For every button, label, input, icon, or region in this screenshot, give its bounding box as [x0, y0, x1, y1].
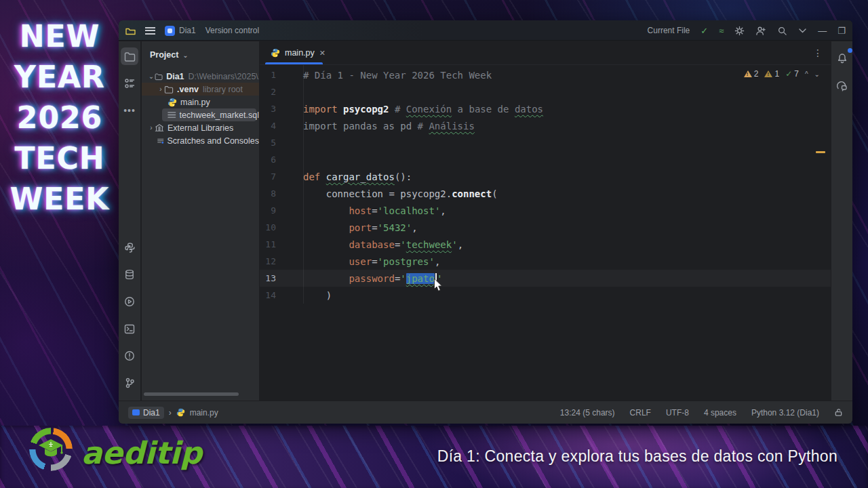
- tree-row-mainpy[interactable]: main.py: [142, 96, 259, 108]
- webinar-banner: aeditip Día 1: Conecta y explora tus bas…: [0, 426, 868, 488]
- python-console-tool-button[interactable]: [121, 239, 138, 256]
- ai-assistant-button[interactable]: [833, 77, 851, 95]
- left-tool-stripe: •••: [119, 41, 141, 401]
- tab-label: main.py: [285, 48, 315, 58]
- services-play-icon: [124, 296, 135, 307]
- python-file-icon: [271, 48, 280, 58]
- prev-problem-icon[interactable]: ^: [805, 70, 808, 78]
- tree-item-label: Dia1: [166, 72, 184, 81]
- line-number: 6: [260, 155, 303, 165]
- breadcrumb-separator: ›: [169, 408, 172, 418]
- project-panel-header[interactable]: Project ⌄: [142, 41, 259, 64]
- check-icon: ✓: [785, 69, 792, 79]
- breadcrumb-project[interactable]: Dia1: [128, 407, 164, 419]
- code-line[interactable]: 3import psycopg2 # Conexión a base de da…: [260, 100, 831, 117]
- tree-row-scratches[interactable]: Scratches and Consoles: [142, 134, 259, 147]
- notification-badge: [848, 48, 852, 53]
- graduation-cap-icon: [37, 438, 64, 461]
- code-line[interactable]: 14 ): [260, 287, 831, 304]
- run-check-icon[interactable]: ✓: [701, 26, 708, 35]
- python-file-icon: [176, 408, 185, 417]
- line-number: 5: [260, 138, 303, 148]
- sql-file-icon: [167, 111, 176, 119]
- tree-row-external-libraries[interactable]: › External Libraries: [142, 121, 259, 134]
- event-title: NEW YEAR 2026 TECH WEEK: [0, 16, 119, 220]
- indent-setting[interactable]: 4 spaces: [704, 408, 736, 418]
- code-line[interactable]: 11 database='techweek',: [260, 236, 831, 253]
- status-bar: Dia1 › main.py 13:24 (5 chars) CRLF UTF-…: [119, 401, 852, 424]
- horizontal-scrollbar[interactable]: [144, 392, 239, 396]
- add-user-icon[interactable]: [755, 26, 766, 36]
- code-line[interactable]: 4import pandas as pd # Análisis: [260, 117, 831, 134]
- tab-close-icon[interactable]: ✕: [319, 49, 326, 58]
- vcs-update-icon[interactable]: ≈: [719, 26, 724, 35]
- line-separator[interactable]: CRLF: [630, 408, 651, 418]
- run-configuration-selector[interactable]: Current File: [648, 26, 690, 35]
- project-icon: [165, 26, 175, 36]
- tree-row-sql-file[interactable]: techweek_market.sql: [142, 108, 259, 121]
- code-line[interactable]: 6: [260, 151, 831, 168]
- interpreter[interactable]: Python 3.12 (Dia1): [751, 408, 819, 418]
- settings-gear-icon[interactable]: [734, 26, 745, 36]
- project-widget-label: Dia1: [179, 26, 196, 35]
- code-line[interactable]: 12 user='postgres',: [260, 253, 831, 270]
- vcs-widget[interactable]: Version control: [205, 26, 259, 35]
- code-line[interactable]: 2: [260, 83, 831, 100]
- line-number: 2: [260, 87, 303, 97]
- warning-stripe-mark[interactable]: [816, 151, 825, 153]
- code-lines: 1# Día 1 - New Year 2026 Tech Week23impo…: [260, 65, 831, 304]
- tab-mainpy[interactable]: main.py ✕: [264, 41, 332, 64]
- chevron-down-icon[interactable]: ⌄: [148, 73, 155, 80]
- problems-tool-button[interactable]: [121, 347, 138, 365]
- line-number: 13: [260, 273, 303, 283]
- next-problem-icon[interactable]: ⌄: [814, 70, 820, 78]
- project-widget[interactable]: Dia1: [165, 26, 196, 36]
- main-menu-icon[interactable]: [145, 27, 155, 35]
- terminal-tool-button[interactable]: [121, 320, 138, 338]
- notifications-button[interactable]: [833, 49, 851, 67]
- code-line[interactable]: 9 host='localhost',: [260, 202, 831, 219]
- tree-item-hint: library root: [203, 85, 243, 94]
- code-line[interactable]: 10 port='5432',: [260, 219, 831, 236]
- caret-position[interactable]: 13:24 (5 chars): [560, 408, 615, 418]
- chevron-right-icon[interactable]: ›: [157, 85, 164, 93]
- tree-row-dia1[interactable]: ⌄ Dia1 D:\Webinars\2025\12\: [142, 70, 259, 83]
- commit-tool-button[interactable]: [121, 75, 138, 92]
- aeditip-logo: [29, 428, 73, 471]
- tree-row-venv[interactable]: › .venv library root: [142, 83, 259, 96]
- line-number: 8: [260, 188, 303, 199]
- code-line[interactable]: 5: [260, 134, 831, 151]
- breadcrumb-file[interactable]: main.py: [190, 408, 218, 418]
- event-title-line: WEEK: [0, 179, 119, 220]
- code-line[interactable]: 8 connection = psycopg2.connect(: [260, 185, 831, 202]
- tree-item-path: D:\Webinars\2025\12\: [189, 72, 259, 81]
- window-minimize-button[interactable]: —: [818, 26, 827, 35]
- project-tool-button[interactable]: [121, 47, 138, 65]
- window-restore-button[interactable]: ❐: [837, 26, 846, 35]
- python-file-icon: [167, 98, 177, 107]
- git-tool-button[interactable]: [121, 374, 138, 392]
- database-icon: [124, 269, 135, 280]
- screenshot-stage: NEW YEAR 2026 TECH WEEK Dia1 Version con…: [0, 0, 868, 488]
- code-line[interactable]: 13 password='jpato': [260, 270, 831, 287]
- right-tool-stripe: [831, 41, 852, 401]
- folder-icon: [164, 85, 174, 94]
- commit-icon: [124, 78, 135, 89]
- tab-options-kebab-icon[interactable]: ⋮: [813, 47, 823, 58]
- chevron-right-icon[interactable]: ›: [148, 124, 155, 131]
- services-tool-button[interactable]: [121, 293, 138, 310]
- search-icon[interactable]: [777, 26, 787, 36]
- inspections-widget[interactable]: 2 1 ✓ 7 ^ ⌄: [744, 69, 820, 79]
- code-line[interactable]: 7def cargar_datos():: [260, 168, 831, 185]
- more-tool-windows-button[interactable]: •••: [121, 102, 138, 119]
- lock-icon[interactable]: [834, 408, 843, 417]
- tree-item-label: .venv: [177, 85, 199, 94]
- tree-item-label: main.py: [180, 98, 210, 107]
- line-number: 12: [260, 256, 303, 266]
- chevron-down-icon[interactable]: [798, 28, 807, 34]
- database-tool-button[interactable]: [121, 266, 138, 283]
- editor-area: main.py ✕ ⋮ 1# Día 1 - New Year 2026 Tec…: [260, 41, 831, 401]
- file-encoding[interactable]: UTF-8: [666, 408, 689, 418]
- line-number: 10: [260, 222, 303, 232]
- line-number: 9: [260, 205, 303, 216]
